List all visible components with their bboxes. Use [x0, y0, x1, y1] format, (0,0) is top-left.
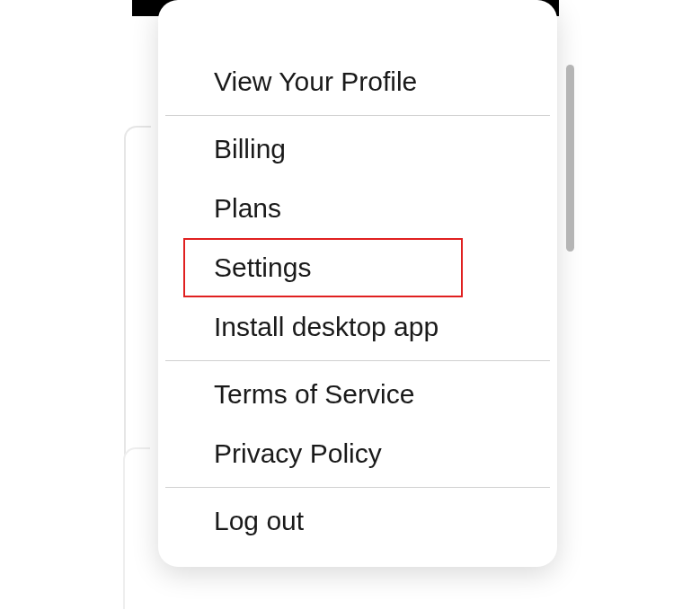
menu-divider [165, 487, 550, 488]
menu-item-view-profile[interactable]: View Your Profile [158, 52, 557, 111]
scrollbar-thumb[interactable] [566, 65, 574, 252]
menu-section-account: Billing Plans Settings Install desktop a… [158, 119, 557, 357]
menu-item-settings[interactable]: Settings [183, 238, 463, 297]
menu-item-billing[interactable]: Billing [158, 119, 557, 179]
user-menu-dropdown: View Your Profile Billing Plans Settings… [158, 0, 557, 567]
menu-divider [165, 115, 550, 116]
menu-item-install-desktop[interactable]: Install desktop app [158, 297, 557, 357]
menu-item-terms[interactable]: Terms of Service [158, 365, 557, 424]
menu-item-privacy[interactable]: Privacy Policy [158, 424, 557, 483]
background-panel-edge-2 [123, 447, 150, 609]
profile-avatar-area [210, 27, 466, 43]
menu-item-logout[interactable]: Log out [158, 491, 557, 551]
menu-item-plans[interactable]: Plans [158, 179, 557, 238]
menu-section-profile: View Your Profile [158, 52, 557, 111]
menu-divider [165, 360, 550, 361]
menu-section-logout: Log out [158, 491, 557, 551]
menu-section-legal: Terms of Service Privacy Policy [158, 365, 557, 483]
